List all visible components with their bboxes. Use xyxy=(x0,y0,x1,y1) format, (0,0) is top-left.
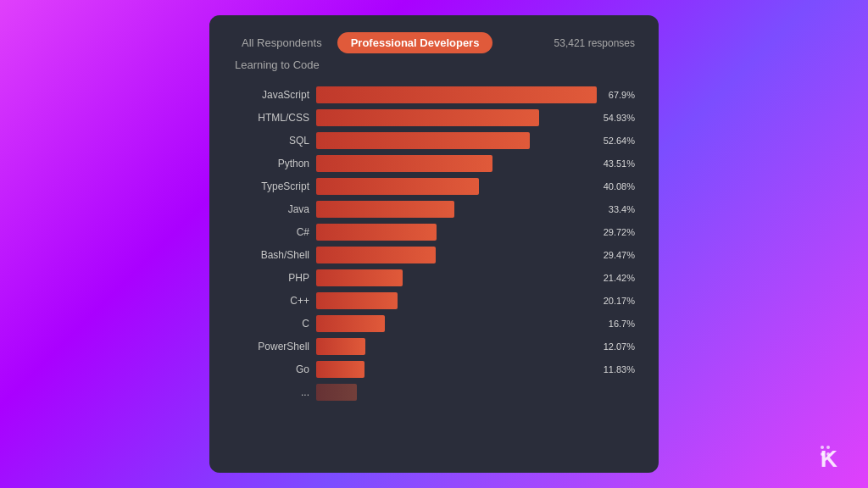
bar-fill xyxy=(316,247,436,263)
bar-row: TypeScript40.08% xyxy=(233,178,635,195)
tab-professional-developers[interactable]: Professional Developers xyxy=(337,32,493,53)
bar-value-label: 20.17% xyxy=(604,296,635,306)
bar-fill xyxy=(316,269,403,286)
bar-fill xyxy=(316,361,364,378)
bar-label: ... xyxy=(233,386,309,398)
bar-label: Bash/Shell xyxy=(233,249,309,261)
bar-value-label: 40.08% xyxy=(604,181,635,191)
bar-row: C16.7% xyxy=(233,315,635,332)
bar-container xyxy=(316,109,592,126)
bar-fill xyxy=(316,338,365,355)
bar-value-label: 16.7% xyxy=(609,319,635,329)
bar-container xyxy=(316,247,592,263)
bar-value-label: 12.07% xyxy=(604,341,635,352)
bar-label: Java xyxy=(233,203,309,215)
bar-fill xyxy=(316,224,437,241)
bar-row: Java33.4% xyxy=(233,201,635,218)
k-logo: K xyxy=(821,446,837,473)
subtitle: Learning to Code xyxy=(235,58,635,71)
bar-chart: JavaScript67.9%HTML/CSS54.93%SQL52.64%Py… xyxy=(233,86,635,401)
bar-container xyxy=(316,315,597,332)
bar-value-label: 54.93% xyxy=(604,113,635,123)
bar-row: JavaScript67.9% xyxy=(233,86,635,103)
bar-container xyxy=(316,269,592,286)
bar-label: HTML/CSS xyxy=(233,112,309,124)
bar-row: Python43.51% xyxy=(233,155,635,172)
tab-all-respondents[interactable]: All Respondents xyxy=(233,33,331,53)
bar-value-label: 33.4% xyxy=(609,204,635,214)
bar-value-label: 11.83% xyxy=(604,364,635,374)
bar-row: Bash/Shell29.47% xyxy=(233,247,635,263)
bar-label: C# xyxy=(233,226,309,238)
main-card: All Respondents Professional Developers … xyxy=(209,15,659,473)
bar-container xyxy=(316,224,592,241)
bar-fill xyxy=(316,86,597,103)
bar-container xyxy=(316,201,597,218)
bar-container xyxy=(316,155,592,172)
bar-label: Python xyxy=(233,158,309,169)
bar-value-label: 67.9% xyxy=(609,90,635,100)
bar-label: PHP xyxy=(233,272,309,284)
bar-container xyxy=(316,132,592,149)
bar-value-label: 21.42% xyxy=(604,273,635,283)
bar-label: PowerShell xyxy=(233,341,309,352)
bar-value-label: 43.51% xyxy=(604,158,635,169)
bar-fill xyxy=(316,384,357,401)
bar-row: ... xyxy=(233,384,635,401)
bar-row: PowerShell12.07% xyxy=(233,338,635,355)
bar-container xyxy=(316,361,592,378)
tab-row: All Respondents Professional Developers … xyxy=(233,32,635,53)
bar-value-label: 52.64% xyxy=(604,136,635,146)
bar-label: SQL xyxy=(233,135,309,147)
bar-row: C++20.17% xyxy=(233,292,635,309)
bar-container xyxy=(316,292,592,309)
bar-row: HTML/CSS54.93% xyxy=(233,109,635,126)
bar-label: C xyxy=(233,318,309,330)
bar-row: SQL52.64% xyxy=(233,132,635,149)
bar-fill xyxy=(316,292,398,309)
bar-container xyxy=(316,86,597,103)
bar-fill xyxy=(316,201,454,218)
bar-fill xyxy=(316,178,479,195)
bar-container xyxy=(316,338,592,355)
bar-fill xyxy=(316,315,385,332)
bar-fill xyxy=(316,155,492,172)
responses-count: 53,421 responses xyxy=(554,37,635,49)
bar-container xyxy=(316,384,623,401)
bar-value-label: 29.72% xyxy=(604,227,635,237)
bar-label: C++ xyxy=(233,295,309,307)
bar-label: Go xyxy=(233,363,309,375)
bar-fill xyxy=(316,132,530,149)
bar-label: TypeScript xyxy=(233,180,309,192)
bar-row: PHP21.42% xyxy=(233,269,635,286)
bar-fill xyxy=(316,109,539,126)
bar-value-label: 29.47% xyxy=(604,250,635,260)
bar-row: C#29.72% xyxy=(233,224,635,241)
bar-container xyxy=(316,178,592,195)
bar-row: Go11.83% xyxy=(233,361,635,378)
bar-label: JavaScript xyxy=(233,89,309,101)
